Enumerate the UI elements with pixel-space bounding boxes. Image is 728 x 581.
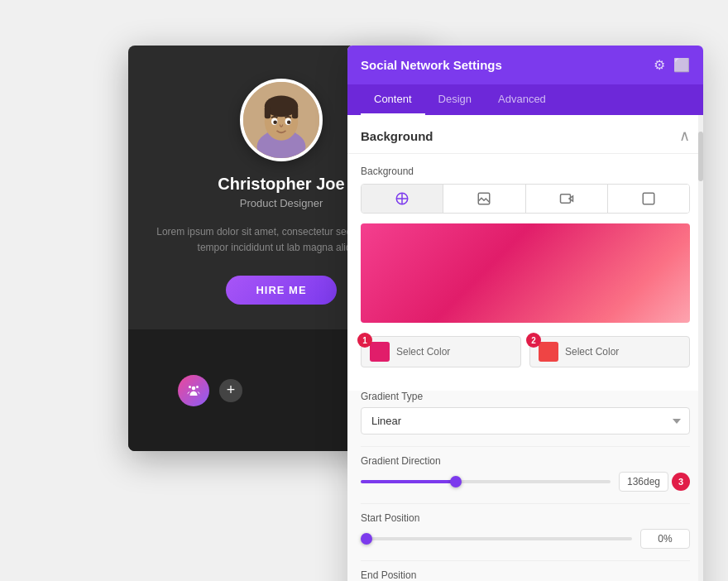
settings-panel: Social Network Settings ⚙ ⬜ Content Desi… [347, 46, 703, 581]
svg-rect-18 [643, 193, 654, 204]
section-title: Background [361, 129, 433, 143]
svg-rect-5 [265, 106, 271, 118]
bg-tab-gradient[interactable] [362, 185, 443, 213]
gradient-type-label: Gradient Type [361, 391, 690, 402]
section-header: Background ∧ [347, 115, 703, 154]
settings-icon[interactable]: ⚙ [654, 57, 665, 73]
color-picker-1[interactable]: 1 Select Color [361, 336, 521, 367]
gradient-direction-slider-row: 3 [361, 472, 690, 492]
bg-tab-solid[interactable] [608, 185, 689, 213]
color-pickers-row: 1 Select Color 2 Select Color [361, 336, 690, 367]
color-badge-1: 1 [357, 333, 372, 348]
gradient-direction-group: Gradient Direction 3 [347, 455, 703, 492]
color-badge-2: 2 [526, 333, 541, 348]
expand-icon[interactable]: ⬜ [673, 57, 690, 73]
panel-tabs: Content Design Advanced [347, 84, 703, 115]
profile-name: Christopher Joe [218, 175, 344, 194]
start-position-track[interactable] [361, 537, 632, 540]
social-icon[interactable] [178, 375, 209, 406]
bg-tab-image[interactable] [443, 185, 525, 213]
avatar [240, 79, 323, 161]
bg-tab-video[interactable] [526, 185, 608, 213]
svg-point-12 [196, 386, 199, 388]
panel-header-icons: ⚙ ⬜ [654, 57, 690, 73]
divider-3 [361, 560, 690, 561]
end-position-label: End Position [361, 569, 690, 581]
gradient-direction-input[interactable] [619, 472, 668, 492]
scrollbar-thumb[interactable] [698, 132, 703, 181]
color-label-1: Select Color [396, 346, 450, 358]
start-position-label: Start Position [361, 512, 690, 524]
scrollbar-track [698, 115, 703, 581]
gradient-direction-track[interactable] [361, 480, 611, 483]
bg-label: Background [361, 166, 690, 177]
panel-title: Social Network Settings [361, 58, 502, 72]
divider-2 [361, 503, 690, 504]
background-section: Background [347, 154, 703, 391]
end-position-group: End Position [347, 569, 703, 581]
start-position-thumb[interactable] [361, 533, 372, 545]
badge-3: 3 [672, 473, 690, 491]
color-swatch-2 [539, 342, 558, 362]
color-swatch-1 [370, 342, 390, 362]
gradient-preview [361, 223, 690, 323]
tab-content[interactable]: Content [361, 84, 425, 115]
svg-point-11 [192, 386, 196, 390]
color-label-2: Select Color [565, 346, 619, 358]
panel-body: Background ∧ Background [347, 115, 703, 581]
profile-title: Product Designer [240, 197, 323, 209]
divider-1 [361, 446, 690, 447]
gradient-type-group: Gradient Type Linear Radial [347, 391, 703, 435]
start-position-input[interactable] [640, 529, 690, 549]
hire-me-button[interactable]: HIRE ME [226, 276, 336, 305]
panel-header: Social Network Settings ⚙ ⬜ [347, 46, 703, 84]
start-position-slider-row [361, 529, 690, 549]
svg-rect-6 [292, 106, 298, 118]
svg-point-10 [287, 120, 291, 124]
tab-advanced[interactable]: Advanced [485, 84, 559, 115]
start-position-group: Start Position [347, 512, 703, 549]
tab-design[interactable]: Design [425, 84, 485, 115]
gradient-direction-thumb[interactable] [450, 476, 462, 487]
section-toggle[interactable]: ∧ [679, 127, 690, 145]
gradient-direction-label: Gradient Direction [361, 455, 690, 467]
add-social-button[interactable]: + [219, 379, 242, 402]
gradient-direction-value-box: 3 [619, 472, 690, 492]
color-picker-2[interactable]: 2 Select Color [529, 336, 690, 367]
svg-point-13 [189, 386, 191, 388]
svg-point-9 [273, 120, 277, 124]
bg-type-tabs [361, 184, 690, 214]
gradient-type-select[interactable]: Linear Radial [361, 407, 690, 435]
